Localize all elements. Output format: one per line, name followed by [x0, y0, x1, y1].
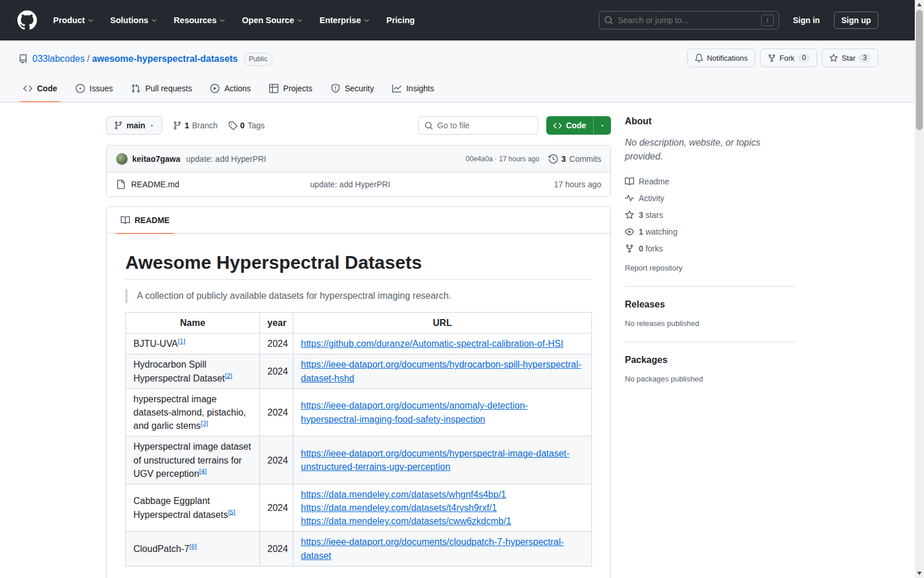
go-to-file-search[interactable]: [418, 116, 538, 135]
scroll-up-arrow-icon[interactable]: [917, 3, 922, 6]
divider: [625, 286, 796, 287]
footnote-ref-link[interactable]: [5]: [228, 508, 236, 515]
about-heading: About: [625, 116, 796, 127]
branch-selector-button[interactable]: main: [106, 116, 162, 135]
tags-link[interactable]: 0Tags: [228, 121, 264, 130]
tab-issues[interactable]: Issues: [66, 75, 122, 102]
notifications-button[interactable]: Notifications: [687, 49, 755, 67]
footnote-ref-link[interactable]: [4]: [199, 467, 207, 474]
go-to-file-input[interactable]: [437, 121, 518, 130]
github-logo-icon[interactable]: [17, 10, 37, 30]
search-input[interactable]: [618, 16, 757, 25]
vertical-scrollbar[interactable]: [915, 0, 924, 578]
sidebar-watching-link[interactable]: 1 watching: [625, 223, 796, 240]
nav-solutions[interactable]: Solutions: [105, 11, 163, 29]
git-branch-icon: [114, 121, 123, 130]
fork-count: 0: [798, 53, 810, 62]
fork-icon: [767, 54, 776, 62]
commit-message-link[interactable]: update: add HyperPRI: [186, 154, 266, 164]
code-dropdown-caret[interactable]: [594, 116, 611, 135]
datasets-table: Name year URL BJTU-UVA[1] 2024 https://g…: [125, 312, 592, 566]
fork-button[interactable]: Fork 0: [760, 49, 818, 67]
nav-enterprise[interactable]: Enterprise: [314, 11, 376, 29]
visibility-badge: Public: [244, 53, 273, 66]
code-icon: [23, 84, 32, 93]
readme-quote: A collection of publicly available datas…: [125, 289, 592, 303]
dataset-url-link[interactable]: https://data.mendeley.com/datasets/cww6z…: [301, 514, 584, 528]
table-row: hyperspectral image datasets-almond, pis…: [126, 388, 592, 436]
dataset-url-link[interactable]: https://ieee-dataport.org/documents/hydr…: [301, 358, 584, 384]
tab-pull-requests[interactable]: Pull requests: [122, 75, 201, 102]
fork-icon: [625, 244, 634, 253]
scrollbar-thumb[interactable]: [916, 10, 923, 130]
table-row: Hydrocarbon Spill Hyperspectral Dataset[…: [126, 354, 592, 388]
sidebar-activity-link[interactable]: Activity: [625, 190, 796, 206]
repo-name-link[interactable]: awesome-hyperspectral-datasets: [92, 54, 238, 64]
column-header-url: URL: [293, 313, 592, 334]
nav-pricing[interactable]: Pricing: [381, 11, 420, 29]
footnote-ref-link[interactable]: [2]: [225, 372, 232, 379]
repo-tab-nav: Code Issues Pull requests Actions Projec…: [0, 75, 924, 102]
nav-open-source[interactable]: Open Source: [236, 11, 309, 29]
book-icon: [121, 216, 130, 225]
tab-insights[interactable]: Insights: [383, 75, 443, 102]
dataset-url-link[interactable]: https://github.com/duranze/Automatic-spe…: [301, 337, 584, 350]
chevron-down-icon: [296, 17, 303, 24]
tab-actions[interactable]: Actions: [201, 75, 260, 102]
main-column: main 1Branch 0Tags Code: [106, 116, 611, 578]
file-commit-message[interactable]: update: add HyperPRI: [310, 180, 390, 189]
branches-link[interactable]: 1Branch: [173, 121, 218, 130]
dataset-url-link[interactable]: https://ieee-dataport.org/documents/clou…: [301, 535, 584, 562]
sign-up-button[interactable]: Sign up: [834, 12, 878, 29]
scroll-down-arrow-icon[interactable]: [917, 572, 922, 575]
dataset-url-link[interactable]: https://data.mendeley.com/datasets/t4rys…: [301, 501, 584, 514]
footnote-ref-link[interactable]: [1]: [178, 338, 185, 344]
dataset-url-link[interactable]: https://data.mendeley.com/datasets/whgnf…: [301, 488, 584, 501]
column-header-year: year: [260, 313, 293, 334]
repo-header: 033labcodes/awesome-hyperspectral-datase…: [0, 40, 924, 102]
nav-product[interactable]: Product: [47, 11, 100, 29]
report-repository-link[interactable]: Report repository: [625, 264, 796, 272]
sidebar-readme-link[interactable]: Readme: [625, 173, 796, 190]
star-button[interactable]: Star 3: [822, 49, 878, 67]
commit-sha-time[interactable]: 00e4a0a · 17 hours ago: [466, 155, 539, 163]
file-commit-time: 17 hours ago: [554, 180, 601, 189]
tab-code[interactable]: Code: [14, 75, 66, 102]
repo-owner-link[interactable]: 033labcodes: [32, 54, 85, 64]
chevron-down-icon: [151, 17, 158, 24]
chevron-down-icon: [363, 17, 370, 24]
footnote-ref-link[interactable]: [3]: [201, 420, 208, 427]
code-icon: [553, 121, 562, 130]
sidebar-stars-link[interactable]: 3 stars: [625, 206, 796, 223]
file-name-link[interactable]: README.md: [131, 180, 310, 189]
dataset-url-link[interactable]: https://ieee-dataport.org/documents/hype…: [301, 447, 584, 473]
slash-shortcut-key: /: [761, 14, 774, 26]
nav-resources[interactable]: Resources: [168, 11, 232, 29]
code-dropdown-button[interactable]: Code: [546, 116, 611, 135]
commit-history-link[interactable]: 3Commits: [549, 154, 601, 164]
readme-tab[interactable]: README: [111, 207, 179, 234]
packages-empty-text: No packages published: [625, 375, 796, 383]
dataset-url-link[interactable]: https://ieee-dataport.org/documents/anom…: [301, 399, 584, 425]
column-header-name: Name: [126, 313, 260, 334]
tab-projects[interactable]: Projects: [260, 75, 322, 102]
chevron-down-icon: [219, 17, 226, 24]
eye-icon: [625, 227, 634, 236]
triangle-down-icon: [149, 123, 155, 128]
avatar[interactable]: [116, 153, 128, 165]
sidebar-forks-link[interactable]: 0 forks: [625, 240, 796, 257]
commit-author-link[interactable]: keitao7gawa: [132, 154, 180, 164]
sign-in-link[interactable]: Sign in: [788, 12, 825, 28]
readme-box: README Awesome Hyperspectral Datasets A …: [106, 206, 611, 578]
readme-content: Awesome Hyperspectral Datasets A collect…: [107, 234, 610, 578]
star-icon: [625, 210, 634, 220]
git-branch-icon: [173, 121, 182, 130]
packages-heading: Packages: [625, 355, 796, 365]
sidebar: About No description, website, or topics…: [625, 116, 796, 578]
tab-security[interactable]: Security: [322, 75, 383, 102]
file-row[interactable]: README.md update: add HyperPRI 17 hours …: [107, 172, 610, 197]
global-search[interactable]: /: [599, 11, 779, 29]
footnote-ref-link[interactable]: [6]: [189, 543, 197, 550]
graph-icon: [392, 84, 401, 93]
repo-icon: [18, 54, 28, 64]
